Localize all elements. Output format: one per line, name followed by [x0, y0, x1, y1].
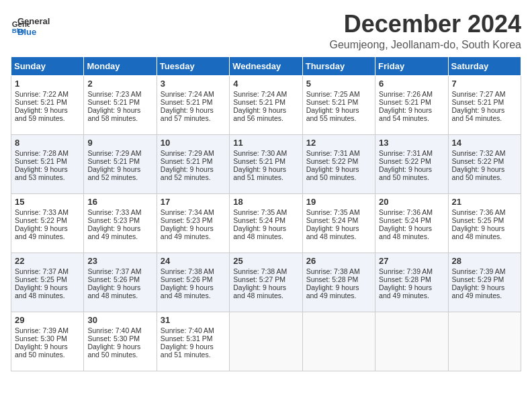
day-number: 8: [15, 138, 80, 148]
sunrise: Sunrise: 7:33 AM: [87, 208, 141, 216]
header-tuesday: Tuesday: [157, 56, 229, 75]
day-number: 31: [161, 315, 226, 325]
sunset: Sunset: 5:26 PM: [161, 275, 213, 283]
table-cell: [375, 312, 448, 371]
table-cell: 4 Sunrise: 7:24 AM Sunset: 5:21 PM Dayli…: [230, 75, 302, 134]
table-cell: 10 Sunrise: 7:29 AM Sunset: 5:21 PM Dayl…: [157, 134, 229, 193]
daylight: Daylight: 9 hours and 53 minutes.: [15, 165, 68, 181]
table-cell: 23 Sunrise: 7:37 AM Sunset: 5:26 PM Dayl…: [84, 253, 157, 312]
daylight: Daylight: 9 hours and 48 minutes.: [452, 224, 505, 240]
daylight: Daylight: 9 hours and 51 minutes.: [233, 165, 286, 181]
sunrise: Sunrise: 7:25 AM: [306, 90, 360, 98]
sunrise: Sunrise: 7:39 AM: [452, 267, 506, 275]
daylight: Daylight: 9 hours and 52 minutes.: [87, 165, 140, 181]
sunrise: Sunrise: 7:35 AM: [306, 208, 360, 216]
sunset: Sunset: 5:21 PM: [379, 98, 431, 106]
daylight: Daylight: 9 hours and 58 minutes.: [87, 106, 140, 122]
sunrise: Sunrise: 7:37 AM: [15, 267, 69, 275]
daylight: Daylight: 9 hours and 50 minutes.: [87, 342, 140, 359]
table-row: 1 Sunrise: 7:22 AM Sunset: 5:21 PM Dayli…: [11, 75, 521, 134]
sunset: Sunset: 5:31 PM: [161, 334, 213, 342]
daylight: Daylight: 9 hours and 49 minutes.: [15, 224, 68, 240]
table-cell: 20 Sunrise: 7:36 AM Sunset: 5:24 PM Dayl…: [375, 193, 448, 253]
sunset: Sunset: 5:22 PM: [15, 216, 67, 224]
sunset: Sunset: 5:21 PM: [87, 98, 140, 106]
daylight: Daylight: 9 hours and 48 minutes.: [233, 283, 286, 300]
title-block: December 2024 Geumjeong, Jeollanam-do, S…: [329, 11, 521, 51]
table-cell: 11 Sunrise: 7:30 AM Sunset: 5:21 PM Dayl…: [230, 134, 302, 193]
table-cell: [448, 312, 521, 371]
logo-blue-text: Blue: [17, 27, 50, 38]
page-header: General Blue General Blue December 2024 …: [11, 11, 521, 51]
table-cell: 6 Sunrise: 7:26 AM Sunset: 5:21 PM Dayli…: [375, 75, 448, 134]
sunset: Sunset: 5:24 PM: [306, 216, 359, 224]
daylight: Daylight: 9 hours and 50 minutes.: [379, 165, 432, 181]
sunrise: Sunrise: 7:26 AM: [379, 90, 433, 98]
day-number: 28: [452, 256, 517, 266]
sunrise: Sunrise: 7:38 AM: [306, 267, 360, 275]
table-cell: 9 Sunrise: 7:29 AM Sunset: 5:21 PM Dayli…: [84, 134, 157, 193]
sunrise: Sunrise: 7:24 AM: [233, 90, 287, 98]
daylight: Daylight: 9 hours and 55 minutes.: [306, 106, 359, 122]
table-row: 15 Sunrise: 7:33 AM Sunset: 5:22 PM Dayl…: [11, 193, 521, 253]
daylight: Daylight: 9 hours and 56 minutes.: [233, 106, 286, 122]
sunrise: Sunrise: 7:29 AM: [161, 149, 214, 157]
daylight: Daylight: 9 hours and 49 minutes.: [452, 283, 505, 300]
sunset: Sunset: 5:22 PM: [379, 157, 431, 165]
day-number: 1: [15, 79, 80, 89]
day-number: 10: [161, 138, 226, 148]
logo-general-text: General: [17, 16, 50, 27]
table-cell: [302, 312, 375, 371]
day-number: 20: [379, 197, 444, 207]
sunset: Sunset: 5:21 PM: [161, 157, 213, 165]
sunset: Sunset: 5:29 PM: [452, 275, 504, 283]
sunrise: Sunrise: 7:37 AM: [87, 267, 141, 275]
sunset: Sunset: 5:21 PM: [306, 98, 359, 106]
sunrise: Sunrise: 7:35 AM: [233, 208, 287, 216]
table-cell: 8 Sunrise: 7:28 AM Sunset: 5:21 PM Dayli…: [11, 134, 84, 193]
sunset: Sunset: 5:21 PM: [233, 98, 285, 106]
table-cell: 13 Sunrise: 7:31 AM Sunset: 5:22 PM Dayl…: [375, 134, 448, 193]
table-row: 22 Sunrise: 7:37 AM Sunset: 5:25 PM Dayl…: [11, 253, 521, 312]
table-cell: 5 Sunrise: 7:25 AM Sunset: 5:21 PM Dayli…: [302, 75, 375, 134]
day-number: 16: [87, 197, 152, 207]
day-number: 23: [87, 256, 152, 266]
header-wednesday: Wednesday: [230, 56, 302, 75]
table-cell: 1 Sunrise: 7:22 AM Sunset: 5:21 PM Dayli…: [11, 75, 84, 134]
sunrise: Sunrise: 7:29 AM: [87, 149, 141, 157]
sunset: Sunset: 5:25 PM: [452, 216, 504, 224]
header-sunday: Sunday: [11, 56, 84, 75]
day-number: 5: [306, 79, 371, 89]
day-number: 2: [87, 79, 152, 89]
calendar-table: Sunday Monday Tuesday Wednesday Thursday…: [11, 56, 521, 371]
day-number: 24: [161, 256, 226, 266]
sunrise: Sunrise: 7:32 AM: [452, 149, 506, 157]
table-cell: 31 Sunrise: 7:40 AM Sunset: 5:31 PM Dayl…: [157, 312, 229, 371]
day-number: 11: [233, 138, 298, 148]
day-number: 27: [379, 256, 444, 266]
table-cell: 30 Sunrise: 7:40 AM Sunset: 5:30 PM Dayl…: [84, 312, 157, 371]
sunset: Sunset: 5:28 PM: [379, 275, 431, 283]
daylight: Daylight: 9 hours and 48 minutes.: [87, 283, 140, 300]
daylight: Daylight: 9 hours and 50 minutes.: [15, 342, 68, 359]
day-number: 6: [379, 79, 444, 89]
daylight: Daylight: 9 hours and 51 minutes.: [161, 342, 214, 359]
sunrise: Sunrise: 7:38 AM: [161, 267, 214, 275]
daylight: Daylight: 9 hours and 54 minutes.: [379, 106, 432, 122]
day-number: 12: [306, 138, 371, 148]
table-cell: 14 Sunrise: 7:32 AM Sunset: 5:22 PM Dayl…: [448, 134, 521, 193]
day-number: 19: [306, 197, 371, 207]
table-cell: 17 Sunrise: 7:34 AM Sunset: 5:23 PM Dayl…: [157, 193, 229, 253]
day-number: 22: [15, 256, 80, 266]
day-number: 17: [161, 197, 226, 207]
table-cell: 26 Sunrise: 7:38 AM Sunset: 5:28 PM Dayl…: [302, 253, 375, 312]
day-number: 3: [161, 79, 226, 89]
header-saturday: Saturday: [448, 56, 521, 75]
table-cell: 16 Sunrise: 7:33 AM Sunset: 5:23 PM Dayl…: [84, 193, 157, 253]
location-subtitle: Geumjeong, Jeollanam-do, South Korea: [329, 39, 521, 51]
sunset: Sunset: 5:23 PM: [87, 216, 140, 224]
daylight: Daylight: 9 hours and 50 minutes.: [452, 165, 505, 181]
sunset: Sunset: 5:21 PM: [233, 157, 285, 165]
header-thursday: Thursday: [302, 56, 375, 75]
day-number: 4: [233, 79, 298, 89]
